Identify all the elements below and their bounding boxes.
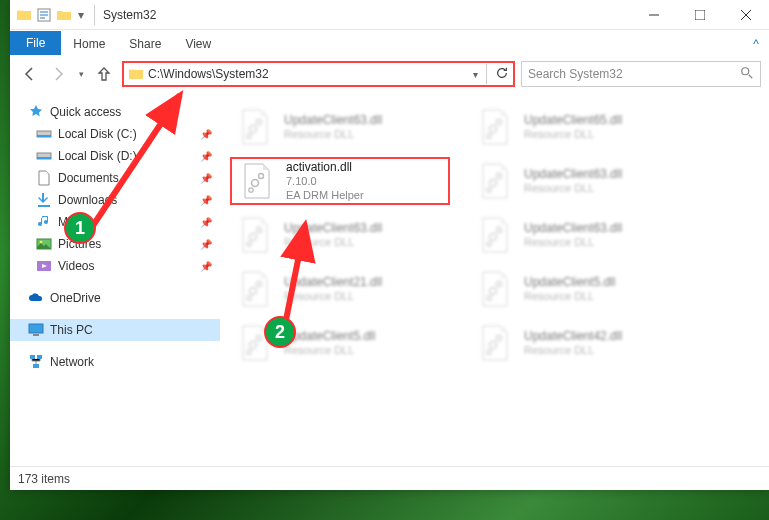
folder-icon — [128, 66, 144, 82]
dll-icon — [474, 106, 516, 148]
dll-icon — [234, 214, 276, 256]
file-item[interactable]: UpdateClient5.dll Resource DLL — [470, 265, 690, 313]
network-icon — [28, 354, 44, 370]
sidebar-thispc[interactable]: This PC — [10, 319, 220, 341]
dll-icon — [474, 214, 516, 256]
svg-rect-10 — [29, 324, 43, 333]
star-icon — [28, 104, 44, 120]
pin-icon: 📌 — [200, 129, 212, 140]
sidebar-item-pictures[interactable]: Pictures📌 — [10, 233, 220, 255]
pin-icon: 📌 — [200, 217, 212, 228]
svg-rect-6 — [37, 157, 51, 159]
videos-icon — [36, 258, 52, 274]
file-item[interactable]: UpdateClient65.dll Resource DLL — [470, 103, 690, 151]
pin-icon: 📌 — [200, 195, 212, 206]
file-desc: Resource DLL — [524, 344, 622, 358]
quick-access-header[interactable]: Quick access — [10, 101, 220, 123]
refresh-button[interactable] — [495, 66, 509, 83]
pin-icon: 📌 — [200, 239, 212, 250]
back-button[interactable] — [18, 62, 42, 86]
file-item[interactable]: UpdateClient21.dll Resource DLL — [230, 265, 450, 313]
minimize-button[interactable] — [631, 0, 677, 30]
search-icon — [740, 66, 754, 83]
file-desc: Resource DLL — [524, 290, 615, 304]
file-item[interactable]: UpdateClient63.dll Resource DLL — [470, 157, 690, 205]
up-button[interactable] — [92, 62, 116, 86]
qat-dropdown[interactable]: ▾ — [78, 8, 84, 22]
ribbon-expand-icon[interactable]: ^ — [743, 33, 769, 55]
annotation-marker-1: 1 — [64, 212, 96, 244]
sidebar-onedrive[interactable]: OneDrive — [10, 287, 220, 309]
tab-home[interactable]: Home — [61, 33, 117, 55]
forward-button[interactable] — [46, 62, 70, 86]
svg-rect-1 — [695, 10, 705, 20]
tab-view[interactable]: View — [173, 33, 223, 55]
nav-toolbar: ▾ C:\Windows\System32 ▾ Search System32 — [10, 55, 769, 93]
file-item[interactable]: UpdateClient63.dll Resource DLL — [230, 103, 450, 151]
drive-icon — [36, 126, 52, 142]
file-name: UpdateClient5.dll — [524, 275, 615, 290]
svg-rect-13 — [37, 355, 42, 359]
svg-point-2 — [742, 67, 749, 74]
explorer-window: ▾ System32 File Home Share View ^ — [10, 0, 769, 490]
address-bar[interactable]: C:\Windows\System32 ▾ — [122, 61, 515, 87]
file-item[interactable]: UpdateClient42.dll Resource DLL — [470, 319, 690, 367]
close-button[interactable] — [723, 0, 769, 30]
sidebar-network[interactable]: Network — [10, 351, 220, 373]
pin-icon: 📌 — [200, 261, 212, 272]
sidebar-item-music[interactable]: Music📌 — [10, 211, 220, 233]
file-name: activation.dll — [286, 160, 364, 175]
cloud-icon — [28, 290, 44, 306]
file-name: UpdateClient65.dll — [524, 113, 622, 128]
pin-icon: 📌 — [200, 151, 212, 162]
maximize-button[interactable] — [677, 0, 723, 30]
file-name: UpdateClient63.dll — [524, 221, 622, 236]
chevron-down-icon[interactable]: ▾ — [473, 69, 478, 80]
sidebar: Quick access Local Disk (C:)📌 Local Disk… — [10, 93, 220, 466]
file-item[interactable]: UpdateClient63.dll Resource DLL — [230, 211, 450, 259]
file-name: UpdateClient21.dll — [284, 275, 382, 290]
recent-dropdown[interactable]: ▾ — [74, 62, 88, 86]
tab-share[interactable]: Share — [117, 33, 173, 55]
file-list: UpdateClient63.dll Resource DLL UpdateCl… — [220, 93, 769, 466]
file-name: UpdateClient42.dll — [524, 329, 622, 344]
pictures-icon — [36, 236, 52, 252]
file-name: UpdateClient63.dll — [284, 113, 382, 128]
titlebar: ▾ System32 — [10, 0, 769, 30]
dll-icon — [234, 106, 276, 148]
sidebar-item-disk-d[interactable]: Local Disk (D:)📌 — [10, 145, 220, 167]
file-item[interactable]: UpdateClient63.dll Resource DLL — [470, 211, 690, 259]
file-desc: Resource DLL — [284, 128, 382, 142]
svg-rect-11 — [33, 334, 39, 336]
file-item[interactable]: UpdateClient5.dll Resource DLL — [230, 319, 450, 367]
search-input[interactable]: Search System32 — [521, 61, 761, 87]
file-version: 7.10.0 — [286, 175, 364, 189]
drive-icon — [36, 148, 52, 164]
dll-icon — [234, 268, 276, 310]
tab-file[interactable]: File — [10, 31, 61, 55]
file-desc: Resource DLL — [284, 290, 382, 304]
sidebar-item-disk-c[interactable]: Local Disk (C:)📌 — [10, 123, 220, 145]
svg-rect-4 — [37, 135, 51, 137]
status-bar: 173 items — [10, 466, 769, 490]
monitor-icon — [28, 322, 44, 338]
sidebar-item-downloads[interactable]: Downloads📌 — [10, 189, 220, 211]
file-desc: EA DRM Helper — [286, 189, 364, 203]
address-path: C:\Windows\System32 — [148, 67, 469, 81]
svg-rect-14 — [33, 364, 39, 368]
file-name: UpdateClient5.dll — [284, 329, 375, 344]
folder-icon — [16, 7, 32, 23]
qat-new-folder-icon[interactable] — [56, 7, 72, 23]
sidebar-item-documents[interactable]: Documents📌 — [10, 167, 220, 189]
file-desc: Resource DLL — [524, 128, 622, 142]
file-desc: Resource DLL — [524, 236, 622, 250]
item-count: 173 items — [18, 472, 70, 486]
file-name: UpdateClient63.dll — [524, 167, 622, 182]
file-item-highlighted[interactable]: activation.dll 7.10.0 EA DRM Helper — [230, 157, 450, 205]
sidebar-item-videos[interactable]: Videos📌 — [10, 255, 220, 277]
content-area: Quick access Local Disk (C:)📌 Local Disk… — [10, 93, 769, 466]
music-icon — [36, 214, 52, 230]
qat-properties-icon[interactable] — [36, 7, 52, 23]
file-name: UpdateClient63.dll — [284, 221, 382, 236]
dll-icon — [474, 160, 516, 202]
